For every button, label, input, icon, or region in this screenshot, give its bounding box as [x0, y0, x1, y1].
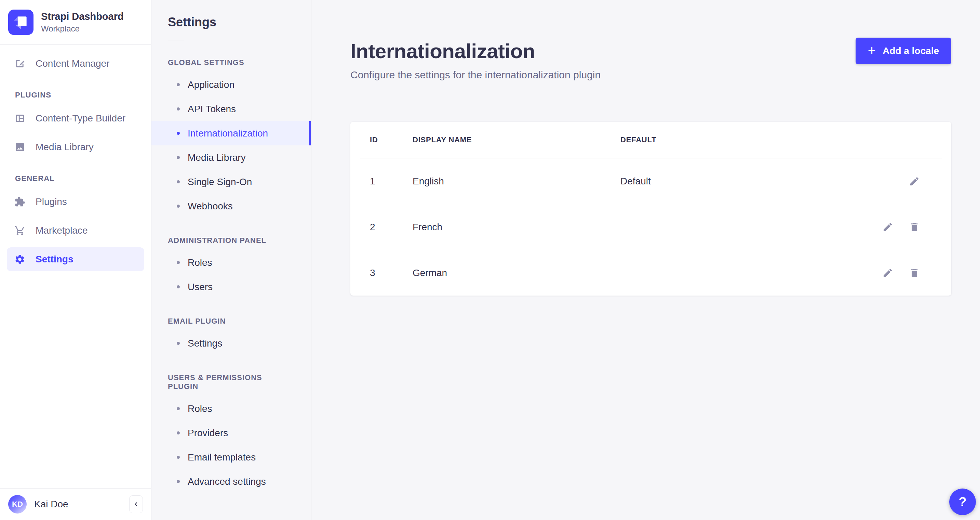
trash-icon	[909, 268, 920, 279]
sidebar-item-label: Plugins	[35, 196, 67, 207]
subnav-item-webhooks[interactable]: Webhooks	[151, 194, 311, 218]
subnav-item-label: Single Sign-On	[188, 177, 252, 187]
brand-header: Strapi Dashboard Workplace	[0, 0, 151, 45]
sidebar-item-label: Marketplace	[35, 225, 88, 236]
locales-table: ID DISPLAY NAME DEFAULT 1 English Defaul…	[350, 122, 951, 295]
subnav-item-admin-users[interactable]: Users	[151, 275, 311, 299]
subnav-item-advanced-settings[interactable]: Advanced settings	[151, 469, 311, 494]
subnav-item-media-library[interactable]: Media Library	[151, 145, 311, 170]
subnav-item-providers[interactable]: Providers	[151, 421, 311, 445]
subnav-item-label: Settings	[188, 338, 222, 349]
bullet-icon	[177, 431, 180, 434]
cell-id: 2	[370, 222, 412, 233]
column-header-display-name: DISPLAY NAME	[412, 136, 620, 144]
settings-subnav: Settings GLOBAL SETTINGS Application API…	[151, 0, 312, 520]
marketplace-cart-icon	[14, 225, 25, 236]
bullet-icon	[177, 107, 180, 110]
subnav-item-label: Roles	[188, 404, 212, 414]
delete-locale-button[interactable]	[908, 221, 921, 233]
strapi-logo-icon	[8, 10, 33, 35]
subnav-section-global-settings: GLOBAL SETTINGS	[151, 58, 311, 67]
bullet-icon	[177, 204, 180, 208]
chevron-left-icon	[132, 500, 140, 508]
bullet-icon	[177, 286, 180, 289]
cell-display-name: English	[412, 176, 620, 187]
table-row-german[interactable]: 3 German	[350, 250, 951, 295]
subnav-item-label: Providers	[188, 427, 228, 439]
main-content: Internationalization Configure the setti…	[312, 0, 980, 520]
sidebar-item-plugins[interactable]: Plugins	[7, 190, 144, 214]
subnav-item-email-settings[interactable]: Settings	[151, 331, 311, 356]
subnav-title: Settings	[151, 15, 311, 29]
pencil-icon	[882, 222, 893, 233]
subnav-item-label: Application	[188, 79, 234, 90]
trash-icon	[909, 222, 920, 233]
bullet-icon	[177, 456, 180, 459]
edit-locale-button[interactable]	[908, 175, 921, 187]
cell-display-name: German	[412, 268, 620, 279]
delete-locale-button[interactable]	[908, 267, 921, 279]
help-button[interactable]: ?	[949, 488, 976, 515]
subnav-item-single-sign-on[interactable]: Single Sign-On	[151, 170, 311, 194]
pencil-icon	[909, 176, 920, 187]
subnav-section-users-permissions-plugin: USERS & PERMISSIONS PLUGIN	[151, 373, 311, 391]
workspace-name: Workplace	[41, 24, 124, 33]
bullet-icon	[177, 180, 180, 183]
pencil-icon	[882, 268, 893, 279]
main-nav: Content Manager PLUGINS Content-Type Bui…	[0, 45, 151, 488]
user-name: Kai Doe	[34, 499, 68, 510]
table-header-row: ID DISPLAY NAME DEFAULT	[350, 122, 951, 158]
subnav-item-label: API Tokens	[188, 104, 236, 115]
bullet-icon	[177, 83, 180, 86]
bullet-icon	[177, 342, 180, 345]
bullet-icon	[177, 132, 180, 135]
sidebar-item-label: Settings	[35, 254, 73, 265]
add-locale-button[interactable]: + Add a locale	[856, 38, 951, 64]
subnav-item-label: Email templates	[188, 452, 256, 463]
sidebar-item-content-type-builder[interactable]: Content-Type Builder	[7, 106, 144, 130]
sidebar-footer: KD Kai Doe	[0, 488, 151, 520]
edit-locale-button[interactable]	[881, 267, 894, 279]
edit-locale-button[interactable]	[881, 221, 894, 233]
subnav-item-label: Users	[188, 282, 213, 292]
avatar[interactable]: KD	[8, 495, 27, 514]
nav-section-general: GENERAL	[15, 174, 144, 183]
subnav-item-label: Roles	[188, 257, 212, 268]
subnav-item-application[interactable]: Application	[151, 73, 311, 97]
sidebar-item-settings[interactable]: Settings	[7, 247, 144, 271]
subnav-item-internationalization[interactable]: Internationalization	[151, 121, 311, 145]
subnav-item-label: Internationalization	[188, 128, 268, 139]
nav-section-plugins: PLUGINS	[15, 91, 144, 100]
cell-display-name: French	[412, 222, 620, 233]
cell-id: 1	[370, 176, 412, 187]
content-type-builder-icon	[14, 113, 25, 124]
sidebar-item-media-library[interactable]: Media Library	[7, 135, 144, 159]
active-indicator-bar	[309, 121, 311, 145]
page-subtitle: Configure the settings for the internati…	[350, 69, 951, 81]
app-title: Strapi Dashboard	[41, 11, 124, 22]
sidebar-item-content-manager[interactable]: Content Manager	[7, 52, 144, 76]
table-row-french[interactable]: 2 French	[350, 204, 951, 250]
sidebar-item-marketplace[interactable]: Marketplace	[7, 219, 144, 242]
cell-default: Default	[620, 176, 883, 187]
subnav-item-api-tokens[interactable]: API Tokens	[151, 97, 311, 121]
bullet-icon	[177, 156, 180, 159]
bullet-icon	[177, 407, 180, 410]
settings-gear-icon	[14, 254, 25, 265]
table-row-english[interactable]: 1 English Default	[350, 158, 951, 204]
bullet-icon	[177, 261, 180, 264]
sidebar-item-label: Content-Type Builder	[35, 113, 126, 124]
subnav-item-label: Webhooks	[188, 201, 233, 212]
bullet-icon	[177, 480, 180, 483]
subnav-section-email-plugin: EMAIL PLUGIN	[151, 317, 311, 326]
brand-text: Strapi Dashboard Workplace	[41, 11, 124, 33]
plugins-puzzle-icon	[14, 196, 25, 207]
cell-id: 3	[370, 268, 412, 279]
add-locale-label: Add a locale	[883, 46, 939, 56]
column-header-id: ID	[370, 136, 412, 144]
subnav-item-email-templates[interactable]: Email templates	[151, 445, 311, 469]
subnav-item-admin-roles[interactable]: Roles	[151, 250, 311, 275]
collapse-sidebar-button[interactable]	[129, 495, 143, 513]
content-manager-icon	[14, 58, 25, 69]
subnav-item-up-roles[interactable]: Roles	[151, 397, 311, 421]
